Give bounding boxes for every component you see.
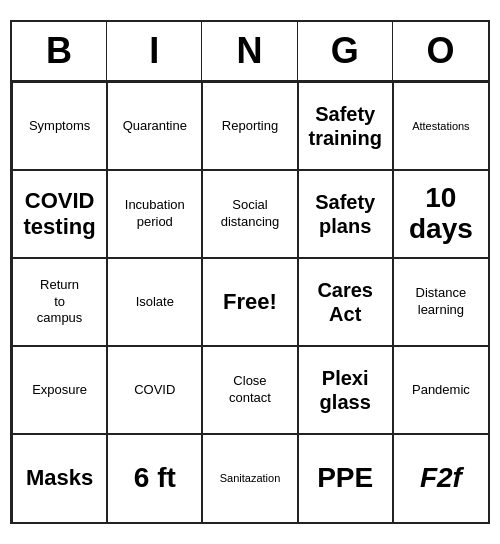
header-letter: B bbox=[12, 22, 107, 80]
cell-text: Free! bbox=[223, 288, 277, 317]
bingo-cell: COVID testing bbox=[12, 170, 107, 258]
bingo-cell: Plexi glass bbox=[298, 346, 393, 434]
cell-text: Masks bbox=[26, 465, 93, 491]
bingo-card: BINGO SymptomsQuarantineReportingSafety … bbox=[10, 20, 490, 524]
cell-text: Safety training bbox=[309, 102, 382, 150]
bingo-cell: 6 ft bbox=[107, 434, 202, 522]
bingo-cell: 10 days bbox=[393, 170, 488, 258]
bingo-grid: SymptomsQuarantineReportingSafety traini… bbox=[12, 82, 488, 522]
bingo-cell: Safety plans bbox=[298, 170, 393, 258]
cell-text: Exposure bbox=[32, 382, 87, 399]
header-letter: O bbox=[393, 22, 488, 80]
cell-text: Sanitazation bbox=[220, 471, 281, 485]
bingo-cell: Attestations bbox=[393, 82, 488, 170]
bingo-cell: Masks bbox=[12, 434, 107, 522]
cell-text: 10 days bbox=[409, 183, 473, 245]
cell-text: Cares Act bbox=[317, 278, 373, 326]
cell-text: Symptoms bbox=[29, 118, 90, 135]
cell-text: COVID bbox=[134, 382, 175, 399]
bingo-cell: Incubation period bbox=[107, 170, 202, 258]
header-letter: I bbox=[107, 22, 202, 80]
cell-text: Safety plans bbox=[315, 190, 375, 238]
bingo-cell: Distance learning bbox=[393, 258, 488, 346]
cell-text: COVID testing bbox=[24, 188, 96, 241]
bingo-cell: Free! bbox=[202, 258, 297, 346]
cell-text: Return to campus bbox=[37, 277, 83, 328]
bingo-cell: Sanitazation bbox=[202, 434, 297, 522]
header-letter: G bbox=[298, 22, 393, 80]
cell-text: Social distancing bbox=[221, 197, 280, 231]
cell-text: Reporting bbox=[222, 118, 278, 135]
bingo-cell: Isolate bbox=[107, 258, 202, 346]
bingo-cell: Reporting bbox=[202, 82, 297, 170]
bingo-cell: COVID bbox=[107, 346, 202, 434]
bingo-cell: Social distancing bbox=[202, 170, 297, 258]
bingo-cell: Close contact bbox=[202, 346, 297, 434]
bingo-cell: Cares Act bbox=[298, 258, 393, 346]
bingo-cell: Pandemic bbox=[393, 346, 488, 434]
cell-text: Pandemic bbox=[412, 382, 470, 399]
cell-text: Attestations bbox=[412, 119, 469, 133]
bingo-cell: Quarantine bbox=[107, 82, 202, 170]
cell-text: Isolate bbox=[136, 294, 174, 311]
cell-text: 6 ft bbox=[134, 463, 176, 494]
bingo-cell: PPE bbox=[298, 434, 393, 522]
bingo-cell: Symptoms bbox=[12, 82, 107, 170]
cell-text: PPE bbox=[317, 463, 373, 494]
bingo-header: BINGO bbox=[12, 22, 488, 82]
bingo-cell: Safety training bbox=[298, 82, 393, 170]
bingo-cell: Return to campus bbox=[12, 258, 107, 346]
bingo-cell: F2f bbox=[393, 434, 488, 522]
cell-text: Plexi glass bbox=[320, 366, 371, 414]
cell-text: Incubation period bbox=[125, 197, 185, 231]
header-letter: N bbox=[202, 22, 297, 80]
cell-text: Distance learning bbox=[416, 285, 467, 319]
cell-text: Close contact bbox=[229, 373, 271, 407]
bingo-cell: Exposure bbox=[12, 346, 107, 434]
cell-text: F2f bbox=[420, 460, 462, 496]
cell-text: Quarantine bbox=[123, 118, 187, 135]
